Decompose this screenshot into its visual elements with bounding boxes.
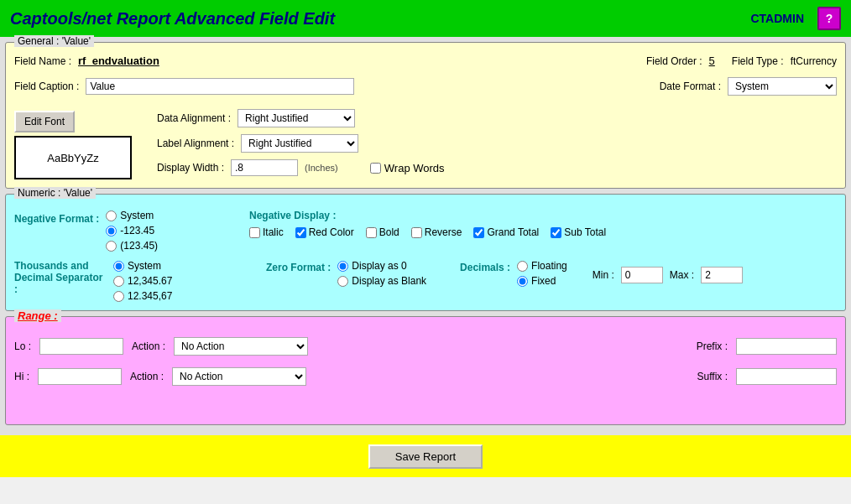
data-alignment-label: Data Alignment : xyxy=(157,112,231,124)
bold-label: Bold xyxy=(379,226,399,238)
red-color-checkbox[interactable] xyxy=(295,227,306,238)
edit-font-button[interactable]: Edit Font xyxy=(14,111,75,132)
label-alignment-row: Label Alignment : Left Justified Center … xyxy=(157,134,445,153)
field-caption-input[interactable]: Value xyxy=(86,78,354,95)
prefix-input[interactable] xyxy=(736,338,837,355)
header-right: CTADMIN ? xyxy=(750,7,841,30)
range-hi-row: Hi : Action : No Action Highlight Hide A… xyxy=(14,367,837,386)
thousands-comma-label: 12,345.67 xyxy=(128,275,172,287)
italic-checkbox[interactable] xyxy=(249,227,260,238)
header-user: CTADMIN xyxy=(750,12,804,25)
italic-label: Italic xyxy=(263,226,284,238)
range-section: Range : Lo : Action : No Action Highligh… xyxy=(5,316,846,425)
main-content: General : 'Value' Field Name : rf_endval… xyxy=(0,37,851,435)
floating-label: Floating xyxy=(531,260,567,272)
fixed-label: Fixed xyxy=(531,275,556,287)
lo-input[interactable] xyxy=(39,338,123,355)
reverse-label: Reverse xyxy=(425,226,462,238)
negative-display-label: Negative Display : xyxy=(249,210,837,221)
display-width-input[interactable]: .8 xyxy=(231,159,298,176)
range-link[interactable]: Range : xyxy=(18,309,58,322)
save-report-button[interactable]: Save Report xyxy=(368,444,483,469)
inches-label: (Inches) xyxy=(305,163,338,173)
decimals-radios: Floating Fixed xyxy=(517,260,567,287)
negative-format-area: Negative Format : System -123.45 (123.45… xyxy=(14,210,249,252)
font-alignment-area: Edit Font AaBbYyZz Data Alignment : Left… xyxy=(14,109,837,179)
grand-total-checkbox[interactable] xyxy=(473,227,484,238)
neg-system-option: System xyxy=(106,210,158,221)
thousands-system-option: System xyxy=(113,260,172,272)
bold-checkbox[interactable] xyxy=(366,227,377,238)
max-label: Max : xyxy=(670,269,694,281)
range-lo-row: Lo : Action : No Action Highlight Hide A… xyxy=(14,337,837,356)
field-caption-label: Field Caption : xyxy=(14,81,79,92)
bold-option: Bold xyxy=(366,226,399,238)
neg-123-label: -123.45 xyxy=(120,225,154,236)
suffix-input[interactable] xyxy=(736,368,837,385)
floating-radio[interactable] xyxy=(517,261,528,272)
thousands-system-radio[interactable] xyxy=(113,261,124,272)
date-format-label: Date Format : xyxy=(660,81,721,92)
min-input[interactable]: 0 xyxy=(621,267,663,283)
numeric-top: Negative Format : System -123.45 (123.45… xyxy=(14,210,837,252)
zero-display-blank-option: Display as Blank xyxy=(337,275,426,287)
zero-format-radios: Display as 0 Display as Blank xyxy=(337,260,426,287)
display-width-row: Display Width : .8 (Inches) Wrap Words xyxy=(157,159,445,176)
zero-format-label: Zero Format : xyxy=(266,262,331,273)
page-title: Captools/net Report Advanced Field Edit xyxy=(10,9,335,29)
data-alignment-select[interactable]: Left Justified Center Right Justified xyxy=(238,109,355,127)
display-width-label: Display Width : xyxy=(157,162,224,174)
field-order-row: Field Order : 5 xyxy=(646,55,715,67)
font-preview-text: AaBbYyZz xyxy=(47,152,98,164)
grand-total-label: Grand Total xyxy=(487,226,539,238)
zero-display-0-radio[interactable] xyxy=(337,261,348,272)
thousands-system-label: System xyxy=(128,260,161,272)
wrap-words-label: Wrap Words xyxy=(384,162,445,174)
thousands-area: Thousands and Decimal Separator : System… xyxy=(14,260,249,302)
field-order-value: 5 xyxy=(709,55,715,67)
label-alignment-select[interactable]: Left Justified Center Right Justified xyxy=(241,134,358,153)
negative-display-area: Negative Display : Italic Red Color Bold xyxy=(249,210,837,238)
numeric-legend: Numeric : 'Value' xyxy=(14,187,96,199)
hi-action-select[interactable]: No Action Highlight Hide Alert xyxy=(172,367,306,386)
wrap-words-checkbox[interactable] xyxy=(370,163,381,174)
thousands-comma-radio[interactable] xyxy=(113,276,124,287)
field-type-row: Field Type : ftCurrency xyxy=(732,55,837,67)
header: Captools/net Report Advanced Field Edit … xyxy=(0,0,851,37)
lo-action-label: Action : xyxy=(132,340,165,352)
numeric-section: Numeric : 'Value' Negative Format : Syst… xyxy=(5,194,846,311)
zero-display-blank-label: Display as Blank xyxy=(352,275,426,287)
neg-paren-label: (123.45) xyxy=(120,240,158,252)
zero-display-blank-radio[interactable] xyxy=(337,276,348,287)
reverse-checkbox[interactable] xyxy=(411,227,422,238)
sub-total-label: Sub Total xyxy=(564,226,606,238)
zero-display-0-option: Display as 0 xyxy=(337,260,426,272)
hi-input[interactable] xyxy=(38,368,122,385)
negative-display-checkboxes: Italic Red Color Bold Reverse xyxy=(249,226,837,238)
lo-action-select[interactable]: No Action Highlight Hide Alert xyxy=(174,337,308,356)
field-name-row: Field Name : rf_endvaluation xyxy=(14,55,159,67)
help-button[interactable]: ? xyxy=(817,7,841,30)
thousands-label: Thousands and Decimal Separator : xyxy=(14,260,107,295)
general-legend: General : 'Value' xyxy=(14,35,94,47)
neg-123-radio[interactable] xyxy=(106,226,117,236)
suffix-label: Suffix : xyxy=(697,371,728,382)
sub-total-option: Sub Total xyxy=(551,226,606,238)
thousands-comma-option: 12,345.67 xyxy=(113,275,172,287)
sub-total-checkbox[interactable] xyxy=(551,227,561,238)
thousands-radios: System 12,345.67 12.345,67 xyxy=(113,260,172,302)
fixed-radio[interactable] xyxy=(517,276,528,287)
label-alignment-label: Label Alignment : xyxy=(157,138,234,149)
date-format-select[interactable]: System xyxy=(728,77,837,96)
neg-system-radio[interactable] xyxy=(106,210,117,221)
field-order-label: Field Order : xyxy=(646,55,702,67)
font-preview-box: AaBbYyZz xyxy=(14,136,132,179)
negative-format-label: Negative Format : xyxy=(14,213,99,225)
field-name-label: Field Name : xyxy=(14,55,71,67)
neg-paren-radio[interactable] xyxy=(106,241,117,252)
neg-system-label: System xyxy=(120,210,154,221)
max-input[interactable]: 2 xyxy=(701,267,743,283)
numeric-bottom: Thousands and Decimal Separator : System… xyxy=(14,260,837,302)
thousands-dot-radio[interactable] xyxy=(113,291,124,302)
wrap-words-area: Wrap Words xyxy=(370,162,445,174)
